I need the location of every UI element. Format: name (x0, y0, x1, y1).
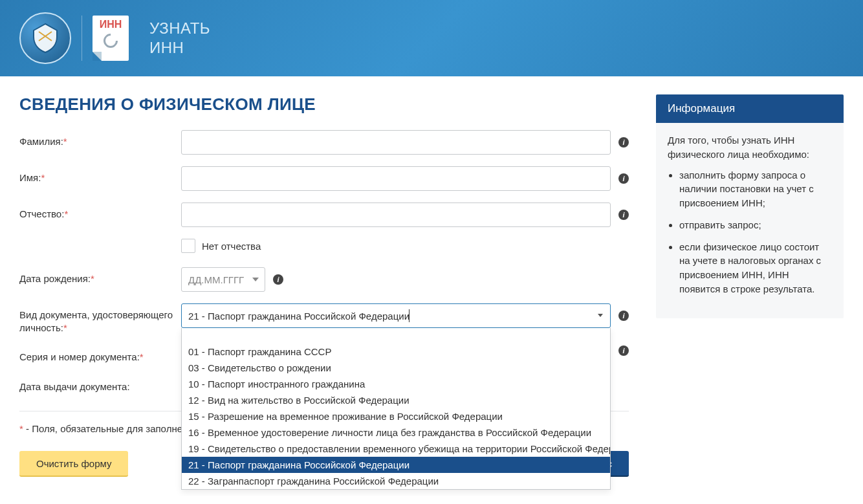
doc-type-option[interactable]: 22 - Загранпаспорт гражданина Российской… (182, 473, 610, 489)
doc-type-dropdown: 01 - Паспорт гражданина СССР03 - Свидете… (181, 328, 611, 490)
app-title: УЗНАТЬ ИНН (149, 19, 210, 58)
header-divider (82, 16, 82, 61)
info-icon[interactable]: i (618, 311, 629, 321)
label-patronymic: Отчество:* (19, 203, 181, 221)
app-header: ИНН УЗНАТЬ ИНН (0, 0, 863, 76)
info-icon[interactable]: i (618, 345, 629, 356)
clear-button[interactable]: Очистить форму (19, 451, 128, 477)
info-sidebar: Информация Для того, чтобы узнать ИНН фи… (656, 94, 844, 318)
doc-type-option[interactable]: 12 - Вид на жительство в Российской Феде… (182, 392, 610, 408)
info-icon[interactable]: i (618, 210, 629, 220)
fns-emblem-logo (19, 12, 71, 64)
no-patronymic-checkbox[interactable] (181, 239, 195, 253)
label-name: Имя:* (19, 166, 181, 184)
inn-doc-label: ИНН (100, 19, 122, 30)
doc-type-option[interactable]: 01 - Паспорт гражданина СССР (182, 344, 610, 360)
birth-date-input[interactable]: ДД.ММ.ГГГГ (181, 267, 265, 292)
form-main: СВЕДЕНИЯ О ФИЗИЧЕСКОМ ЛИЦЕ Фамилия:* i И… (19, 94, 629, 477)
sidebar-list-item: если физическое лицо состоит на учете в … (679, 240, 832, 296)
doc-type-option[interactable]: 03 - Свидетельство о рождении (182, 360, 610, 376)
sidebar-intro: Для того, чтобы узнать ИНН физического л… (668, 133, 832, 162)
label-surname: Фамилия:* (19, 130, 181, 148)
doc-type-option[interactable]: 10 - Паспорт иностранного гражданина (182, 376, 610, 392)
page-title: СВЕДЕНИЯ О ФИЗИЧЕСКОМ ЛИЦЕ (19, 94, 629, 115)
label-doc-type: Вид документа, удостоверяющего личность:… (19, 303, 181, 334)
sidebar-title: Информация (656, 94, 844, 123)
info-icon[interactable]: i (273, 274, 283, 285)
doc-type-option[interactable]: 19 - Свидетельство о предоставлении врем… (182, 441, 610, 457)
inn-doc-icon: ИНН (93, 16, 129, 61)
doc-type-select[interactable]: 21 - Паспорт гражданина Российской Федер… (181, 303, 611, 328)
sidebar-list-item: отправить запрос; (679, 218, 832, 232)
label-birth-date: Дата рождения:* (19, 267, 181, 285)
no-patronymic-label: Нет отчества (202, 241, 261, 252)
label-doc-number: Серия и номер документа:* (19, 345, 181, 364)
name-input[interactable] (181, 166, 611, 191)
info-icon[interactable]: i (618, 137, 629, 148)
sidebar-list-item: заполнить форму запроса о наличии постан… (679, 168, 832, 210)
info-icon[interactable]: i (618, 173, 629, 184)
patronymic-input[interactable] (181, 203, 611, 227)
surname-input[interactable] (181, 130, 611, 155)
doc-type-option[interactable]: 16 - Временное удостоверение личности ли… (182, 424, 610, 441)
doc-type-option[interactable]: 21 - Паспорт гражданина Российской Федер… (182, 457, 610, 473)
doc-type-option[interactable]: 15 - Разрешение на временное проживание … (182, 408, 610, 424)
label-doc-date: Дата выдачи документа: (19, 375, 181, 393)
